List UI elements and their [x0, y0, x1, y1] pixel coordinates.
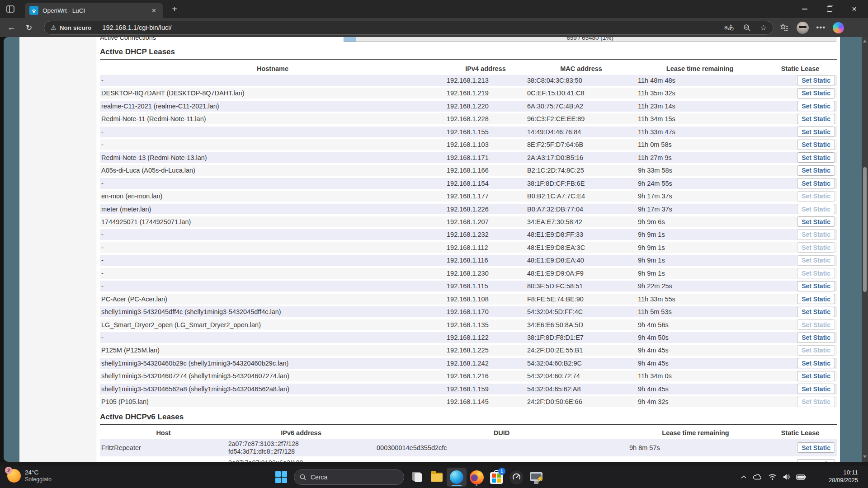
- back-button[interactable]: ←: [7, 23, 16, 33]
- mac-cell: 6A:30:75:7C:4B:A2: [526, 103, 637, 110]
- set-static-button[interactable]: Set Static: [797, 88, 835, 99]
- static-lease-cell: Set Static: [796, 165, 837, 176]
- ipv4-cell: 192.168.1.171: [445, 154, 526, 161]
- hostname-cell: shelly1minig3-5432045dff4c (shelly1minig…: [100, 308, 445, 315]
- microsoft-store-icon[interactable]: 1: [486, 468, 506, 487]
- hostname-cell: -: [100, 180, 445, 187]
- speedtest-gauge-icon[interactable]: [506, 468, 526, 487]
- mac-cell: 48:E1:E9:D8:FF:33: [526, 231, 637, 238]
- set-static-button[interactable]: Set Static: [797, 307, 835, 317]
- divider: [100, 424, 837, 425]
- scroll-down-arrow-icon[interactable]: [863, 455, 867, 458]
- set-static-button[interactable]: Set Static: [797, 127, 835, 137]
- dhcp-table-body: -192.168.1.21338:C8:04:3C:83:5011h 48m 4…: [100, 75, 840, 409]
- set-static-button[interactable]: Set Static: [797, 294, 835, 304]
- dhcp-lease-row: -192.168.1.15514:49:D4:46:76:8411h 33m 4…: [100, 127, 837, 139]
- task-view-icon[interactable]: [407, 468, 427, 487]
- mac-cell: 34:E6:E6:50:8A:5D: [526, 321, 637, 328]
- address-bar[interactable]: ⚠ Non sicuro 192.168.1.1/cgi-bin/luci/ a…: [44, 21, 774, 35]
- zoom-out-icon[interactable]: [743, 24, 751, 32]
- scroll-up-arrow-icon[interactable]: [863, 40, 867, 42]
- lease-time-cell: 9h 8m 57s: [628, 444, 763, 451]
- set-static-button[interactable]: Set Static: [797, 281, 835, 291]
- set-static-button[interactable]: Set Static: [797, 442, 835, 453]
- ipv4-cell: 192.168.1.232: [445, 231, 526, 238]
- weather-widget[interactable]: 2 24°C Soleggiato: [7, 469, 52, 483]
- set-static-button[interactable]: Set Static: [797, 384, 835, 394]
- new-tab-button[interactable]: +: [169, 4, 180, 14]
- mac-cell: 48:E1:E9:D8:EA:40: [526, 257, 637, 264]
- add-favorite-star-icon[interactable]: ☆: [760, 23, 767, 33]
- set-static-button[interactable]: Set Static: [797, 140, 835, 150]
- file-explorer-icon[interactable]: [427, 468, 447, 487]
- hostname-cell: -: [100, 270, 445, 277]
- weather-badge: 2: [5, 467, 12, 474]
- dhcp-lease-row: realme-C11-2021 (realme-C11-2021.lan)192…: [100, 101, 837, 113]
- window-close-button[interactable]: ✕: [842, 0, 867, 18]
- set-static-button[interactable]: Set Static: [797, 152, 835, 163]
- tray-chevron-up-icon[interactable]: [741, 475, 747, 479]
- translate-icon[interactable]: aあ: [724, 23, 734, 32]
- set-static-button[interactable]: Set Static: [797, 165, 835, 176]
- favorites-bar-icon[interactable]: [780, 23, 789, 32]
- static-lease-cell: Set Static: [796, 281, 837, 291]
- dhcp-lease-row: -192.168.1.11648:E1:E9:D8:EA:409h 9m 1sS…: [100, 255, 837, 267]
- set-static-button[interactable]: Set Static: [797, 114, 835, 124]
- set-static-button: Set Static: [797, 268, 835, 278]
- page-viewport: Active Connections 659 / 65480 (1%) Acti…: [4, 37, 868, 462]
- set-static-button[interactable]: Set Static: [797, 371, 835, 381]
- window-maximize-button[interactable]: [817, 0, 842, 18]
- start-button[interactable]: [271, 468, 291, 487]
- taskbar-search[interactable]: Cerca: [294, 469, 404, 485]
- lease-time-cell: 9h 9m 1s: [637, 231, 763, 238]
- window-minimize-button[interactable]: [792, 0, 817, 18]
- mac-cell: 96:C3:F2:CE:EE:89: [526, 115, 637, 122]
- active-app-indicator: [452, 485, 462, 487]
- volume-icon[interactable]: [783, 474, 790, 480]
- edge-browser-icon[interactable]: [447, 468, 467, 487]
- security-label[interactable]: Non sicuro: [60, 24, 92, 31]
- set-static-button[interactable]: Set Static: [797, 75, 835, 85]
- url-text[interactable]: 192.168.1.1/cgi-bin/luci/: [102, 24, 171, 31]
- taskbar-clock[interactable]: 10:11 28/09/2025: [829, 469, 858, 483]
- mac-cell: 48:E1:E9:D8:EA:3C: [526, 244, 637, 251]
- settings-more-icon[interactable]: •••: [816, 23, 826, 32]
- search-icon: [300, 474, 307, 481]
- profile-avatar[interactable]: [797, 22, 809, 34]
- system-monitor-icon[interactable]: ⚡: [526, 468, 546, 487]
- reload-button[interactable]: ↻: [26, 23, 32, 33]
- static-lease-cell: Set Static: [796, 307, 837, 317]
- onedrive-cloud-icon[interactable]: [753, 474, 762, 480]
- set-static-button[interactable]: Set Static: [797, 358, 835, 368]
- sun-weather-icon: 2: [7, 469, 21, 483]
- firefox-icon[interactable]: [467, 468, 486, 487]
- browser-scrollbar[interactable]: [862, 37, 868, 462]
- wifi-icon[interactable]: [768, 474, 777, 480]
- copilot-icon[interactable]: [833, 22, 844, 33]
- scrollbar-thumb[interactable]: [863, 167, 867, 292]
- battery-icon[interactable]: [796, 474, 806, 480]
- close-tab-icon[interactable]: ✕: [150, 6, 158, 15]
- set-static-button[interactable]: Set Static: [797, 216, 835, 227]
- clock-time: 10:11: [829, 469, 858, 476]
- tab-actions-icon[interactable]: [5, 4, 15, 14]
- set-static-button[interactable]: Set Static: [797, 333, 835, 343]
- set-static-button: Set Static: [797, 242, 835, 253]
- static-lease-cell: Set Static: [796, 88, 837, 99]
- luci-sidebar: [19, 37, 96, 462]
- dhcp-lease-row: Redmi-Note-13 (Redmi-Note-13.lan)192.168…: [100, 152, 837, 165]
- luci-main-content: Active Connections 659 / 65480 (1%) Acti…: [96, 37, 840, 462]
- hostname-cell: LG_Smart_Dryer2_open (LG_Smart_Dryer2_op…: [100, 321, 445, 328]
- dhcp-lease-row: LG_Smart_Dryer2_open (LG_Smart_Dryer2_op…: [100, 319, 837, 332]
- browser-tab[interactable]: OpenWrt - LuCI ✕: [25, 3, 163, 18]
- mac-cell: 34:EA:E7:30:58:42: [526, 218, 637, 225]
- dhcp-lease-row: en-mon (en-mon.lan)192.168.1.177B0:B2:1C…: [100, 191, 837, 203]
- dhcp-lease-row: P105 (P105.lan)192.168.1.14524:2F:D0:50:…: [100, 396, 837, 409]
- mac-cell: 24:2F:D0:2E:55:B1: [526, 347, 637, 354]
- hostname-cell: 1744925071 (1744925071.lan): [100, 218, 445, 225]
- static-lease-cell: Set Static: [796, 294, 837, 304]
- duid-cell: 000300014e5d355d2cfc: [375, 444, 628, 451]
- lease-time-cell: 9h 9m 1s: [637, 257, 763, 264]
- set-static-button[interactable]: Set Static: [797, 101, 835, 111]
- set-static-button[interactable]: Set Static: [797, 178, 835, 188]
